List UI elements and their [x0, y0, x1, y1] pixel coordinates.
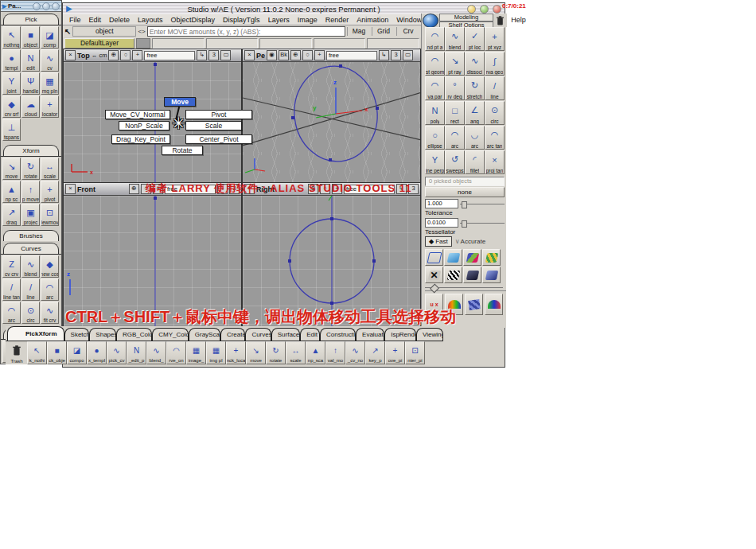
shelf-tab[interactable]: Construction	[320, 328, 356, 341]
shelf-tool[interactable]: □ rect	[445, 101, 465, 125]
menu-item[interactable]: Edit	[89, 16, 102, 24]
shelf-tool[interactable]: ⊙ circ	[485, 101, 505, 125]
shelf-tool[interactable]: ∫ rva geo	[485, 52, 505, 76]
shelf-tab[interactable]: Surfaces	[271, 328, 300, 341]
corner-icon[interactable]: ↳	[197, 50, 207, 60]
shelf-tool[interactable]: ↺ sweeps	[445, 150, 465, 174]
shelf-tool[interactable]: ◠ rve_on	[166, 341, 186, 364]
shelf-tool[interactable]: + nck_loca	[226, 341, 246, 364]
pan-icon[interactable]: +	[132, 50, 142, 60]
shelf-tab[interactable]: Curves	[245, 328, 271, 341]
shelf-tool[interactable]: ◪ compo	[67, 341, 87, 364]
menu-item[interactable]: ObjectDisplay	[171, 16, 216, 24]
menu-item[interactable]: Image	[298, 16, 318, 24]
layer-color-chip[interactable]	[136, 38, 150, 49]
palette-tool[interactable]: Z cv crv	[2, 255, 21, 278]
shelf-tool[interactable]: ↖ k_nothi	[27, 341, 47, 364]
tumble-icon[interactable]: ○	[120, 50, 131, 60]
palette-tool[interactable]: ↖ nothng	[2, 26, 21, 49]
palette-tab-brushes[interactable]: Brushes	[3, 230, 59, 241]
shelf-tool[interactable]: ∿ pick_cv	[107, 341, 127, 364]
scale-value-field[interactable]: 1.000	[425, 199, 458, 208]
shelf-tool[interactable]: ✓ pt loc	[465, 27, 485, 51]
zoom-icon[interactable]: ⊕	[108, 50, 119, 60]
palette-tool[interactable]: ∿ blend	[21, 255, 40, 278]
layer-slot[interactable]	[314, 38, 366, 49]
marking-menu-pivot[interactable]: Pivot	[185, 110, 252, 119]
palette-tool[interactable]: ∿ fit crv	[41, 302, 59, 324]
palette-tool[interactable]: ◆ crv srf	[2, 95, 21, 118]
palette-close-button[interactable]	[33, 2, 41, 10]
close-icon[interactable]: ×	[65, 184, 76, 194]
shelf-tool[interactable]: ◜ fillet	[465, 150, 485, 174]
grid-button[interactable]: Grid	[372, 27, 395, 36]
layer-slot[interactable]	[152, 38, 205, 49]
window-pane-icon[interactable]: ▭	[403, 50, 413, 60]
shelf-tab[interactable]: IspRender	[384, 328, 416, 341]
palette-tool[interactable]: + locator	[41, 95, 59, 118]
shelf-tool[interactable]: ■ ck_obje	[47, 341, 67, 364]
view-number[interactable]: 3	[391, 50, 401, 60]
shelf-tool[interactable]: ∿ _cv_no	[345, 341, 365, 364]
eye-icon[interactable]: ◉	[267, 50, 277, 60]
palette-tool[interactable]: ◪ comp	[41, 26, 59, 49]
zoom-icon[interactable]: ⊕	[129, 184, 139, 194]
shelf-tool[interactable]: Y ine perp	[425, 150, 445, 174]
palette-tool[interactable]: ↔ scale	[41, 158, 59, 180]
shelf-tool[interactable]: ↑ val_mo	[325, 341, 345, 364]
camera-field[interactable]: free	[144, 51, 195, 60]
shelf-tool[interactable]: / line	[485, 76, 505, 100]
marking-menu-center-pivot[interactable]: Center_Pivot	[185, 134, 252, 144]
shelf-tool[interactable]: ↔ scale	[286, 341, 306, 364]
shelf-tool[interactable]: ○ ellipse	[425, 126, 445, 150]
trash-icon[interactable]: Trash	[6, 341, 27, 364]
wireframe-display-icon[interactable]	[425, 249, 443, 266]
palette-tool[interactable]: ⊥ tspans	[2, 119, 21, 141]
palette-tool[interactable]: ◠ arc	[2, 302, 21, 324]
zoom-button[interactable]	[480, 5, 489, 14]
shelf-tool[interactable]: ∿ blend_	[146, 341, 166, 364]
palette-tool[interactable]: ■ object	[21, 26, 40, 49]
layer-slot[interactable]	[259, 38, 312, 49]
shelf-tool[interactable]: ∠ ang	[465, 101, 485, 125]
corner-icon[interactable]: ↳	[379, 50, 389, 60]
shelf-tool[interactable]: ● x_templ	[87, 341, 107, 364]
palette-tool[interactable]: ☁ cloud	[21, 95, 40, 118]
shelf-trash-icon[interactable]	[494, 14, 506, 27]
shelf-tool[interactable]: ◠ va par	[425, 76, 445, 100]
view-number[interactable]: 3	[208, 50, 219, 60]
menu-item[interactable]: File	[69, 16, 81, 24]
menu-item[interactable]: DisplayTgls	[223, 16, 260, 24]
unshade-display-icon[interactable]: ✕	[425, 267, 443, 283]
shelf-tool[interactable]: ◡ arc	[465, 126, 485, 150]
window-pane-icon[interactable]: ▭	[220, 50, 231, 60]
menu-item[interactable]: Layers	[268, 16, 290, 24]
minmax-arch-icon[interactable]	[485, 294, 503, 315]
shelf-tool[interactable]: + pt xyz	[485, 27, 505, 51]
palette-tab-pick[interactable]: Pick	[3, 14, 59, 25]
layer-slot[interactable]	[367, 38, 419, 49]
palette-tool[interactable]: / line	[21, 278, 40, 301]
close-icon[interactable]: ×	[65, 50, 76, 60]
palette-tool[interactable]: ▲ np sc	[2, 181, 21, 203]
palette-tool[interactable]: ∿ cv	[41, 49, 59, 72]
tolerance-value-field[interactable]: 0.0100	[425, 218, 458, 228]
zebra-display-icon[interactable]	[444, 267, 462, 283]
palette-tool[interactable]: N edit	[21, 49, 40, 72]
pan-icon[interactable]: +	[314, 50, 325, 60]
palette-tab-xform[interactable]: Xform	[3, 145, 59, 156]
shelf-tool[interactable]: ▲ np_sca	[306, 341, 325, 364]
viewport-perspective-titlebar[interactable]: × Pe ◉ Bk ⊕ ○ + free ↳ 3 ▭	[243, 49, 420, 62]
pick-mode-field[interactable]: object	[72, 26, 136, 37]
palette-tool[interactable]: ◆ new cos	[41, 255, 59, 278]
layer-slot[interactable]	[206, 38, 259, 49]
shelf-tab[interactable]: Edit	[300, 328, 320, 341]
marking-menu-move[interactable]: Move	[164, 97, 196, 107]
shelf-tool[interactable]: ↗ key_p	[365, 341, 385, 364]
shelf-tool[interactable]: × proj tan	[485, 150, 505, 174]
menu-item[interactable]: Help	[511, 16, 526, 24]
accurate-option[interactable]: Accurate	[455, 238, 485, 245]
scale-slider[interactable]	[460, 204, 505, 204]
palette-tool[interactable]: ▣ projec	[21, 204, 40, 226]
marking-menu-nonp-scale[interactable]: NonP_Scale	[119, 121, 170, 130]
